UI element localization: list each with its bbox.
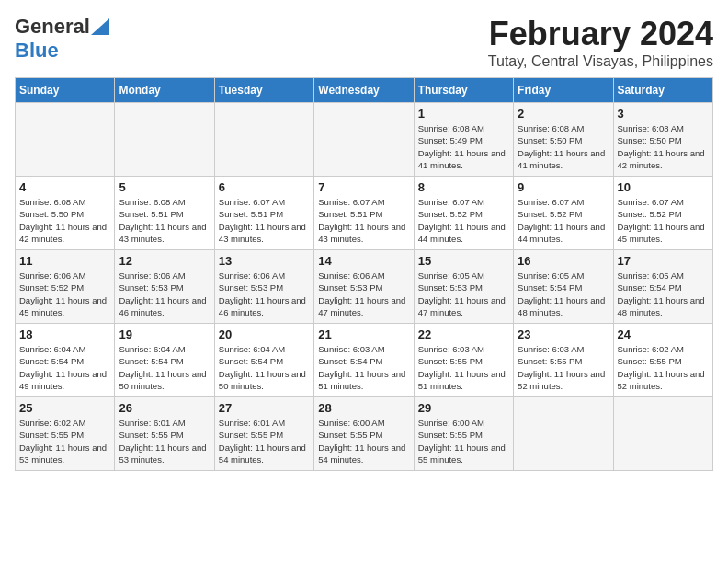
day-number: 21 [318, 327, 409, 341]
month-title: February 2024 [488, 15, 713, 53]
calendar-week-4: 18Sunrise: 6:04 AMSunset: 5:54 PMDayligh… [16, 324, 713, 397]
day-number: 11 [19, 254, 110, 268]
day-info: Sunrise: 6:00 AMSunset: 5:55 PMDaylight:… [318, 417, 409, 465]
weekday-wednesday: Wednesday [314, 78, 414, 103]
calendar-table: SundayMondayTuesdayWednesdayThursdayFrid… [15, 77, 713, 471]
day-number: 1 [418, 107, 509, 121]
logo-blue: Blue [15, 39, 59, 62]
location-title: Tutay, Central Visayas, Philippines [488, 53, 713, 70]
calendar-cell [214, 103, 313, 177]
calendar-cell: 25Sunrise: 6:02 AMSunset: 5:55 PMDayligh… [16, 397, 115, 471]
day-number: 2 [518, 107, 609, 121]
day-number: 16 [518, 254, 609, 268]
day-number: 28 [318, 401, 409, 415]
day-info: Sunrise: 6:08 AMSunset: 5:50 PMDaylight:… [518, 122, 609, 171]
calendar-cell: 23Sunrise: 6:03 AMSunset: 5:55 PMDayligh… [514, 324, 613, 397]
calendar-body: 1Sunrise: 6:08 AMSunset: 5:49 PMDaylight… [16, 103, 713, 471]
day-number: 9 [518, 180, 609, 194]
calendar-week-5: 25Sunrise: 6:02 AMSunset: 5:55 PMDayligh… [16, 397, 713, 471]
day-info: Sunrise: 6:07 AMSunset: 5:52 PMDaylight:… [518, 196, 609, 245]
calendar-cell: 6Sunrise: 6:07 AMSunset: 5:51 PMDaylight… [214, 177, 313, 250]
calendar-cell: 7Sunrise: 6:07 AMSunset: 5:51 PMDaylight… [314, 177, 414, 250]
calendar-cell: 3Sunrise: 6:08 AMSunset: 5:50 PMDaylight… [613, 103, 712, 177]
calendar-cell: 10Sunrise: 6:07 AMSunset: 5:52 PMDayligh… [613, 177, 712, 250]
calendar-cell: 17Sunrise: 6:05 AMSunset: 5:54 PMDayligh… [613, 250, 712, 324]
day-info: Sunrise: 6:08 AMSunset: 5:50 PMDaylight:… [618, 122, 709, 171]
logo-general: General [15, 15, 90, 39]
day-info: Sunrise: 6:04 AMSunset: 5:54 PMDaylight:… [19, 343, 110, 392]
day-info: Sunrise: 6:06 AMSunset: 5:53 PMDaylight:… [119, 270, 210, 318]
day-number: 22 [418, 327, 509, 341]
svg-marker-0 [91, 18, 109, 35]
calendar-cell: 18Sunrise: 6:04 AMSunset: 5:54 PMDayligh… [16, 324, 115, 397]
calendar-cell [115, 103, 214, 177]
calendar-cell: 8Sunrise: 6:07 AMSunset: 5:52 PMDaylight… [414, 177, 513, 250]
day-number: 23 [518, 327, 609, 341]
day-info: Sunrise: 6:04 AMSunset: 5:54 PMDaylight:… [119, 343, 210, 392]
day-info: Sunrise: 6:00 AMSunset: 5:55 PMDaylight:… [418, 417, 509, 465]
calendar-cell: 14Sunrise: 6:06 AMSunset: 5:53 PMDayligh… [314, 250, 414, 324]
day-info: Sunrise: 6:03 AMSunset: 5:55 PMDaylight:… [518, 343, 609, 392]
day-number: 10 [618, 180, 709, 194]
calendar-cell: 5Sunrise: 6:08 AMSunset: 5:51 PMDaylight… [115, 177, 214, 250]
logo: General Blue [15, 15, 109, 63]
weekday-saturday: Saturday [613, 78, 712, 103]
calendar-cell: 19Sunrise: 6:04 AMSunset: 5:54 PMDayligh… [115, 324, 214, 397]
day-info: Sunrise: 6:05 AMSunset: 5:53 PMDaylight:… [418, 270, 509, 318]
calendar-cell: 27Sunrise: 6:01 AMSunset: 5:55 PMDayligh… [214, 397, 313, 471]
day-number: 29 [418, 401, 509, 415]
day-number: 12 [119, 254, 210, 268]
day-info: Sunrise: 6:03 AMSunset: 5:55 PMDaylight:… [418, 343, 509, 392]
weekday-tuesday: Tuesday [214, 78, 313, 103]
day-info: Sunrise: 6:02 AMSunset: 5:55 PMDaylight:… [618, 343, 709, 392]
calendar-cell: 2Sunrise: 6:08 AMSunset: 5:50 PMDaylight… [514, 103, 613, 177]
day-info: Sunrise: 6:01 AMSunset: 5:55 PMDaylight:… [219, 417, 310, 465]
day-number: 3 [618, 107, 709, 121]
day-info: Sunrise: 6:05 AMSunset: 5:54 PMDaylight:… [618, 270, 709, 318]
calendar-cell [16, 103, 115, 177]
calendar-cell: 4Sunrise: 6:08 AMSunset: 5:50 PMDaylight… [16, 177, 115, 250]
weekday-header-row: SundayMondayTuesdayWednesdayThursdayFrid… [16, 78, 713, 103]
calendar-cell: 15Sunrise: 6:05 AMSunset: 5:53 PMDayligh… [414, 250, 513, 324]
day-number: 4 [19, 180, 110, 194]
calendar-cell: 26Sunrise: 6:01 AMSunset: 5:55 PMDayligh… [115, 397, 214, 471]
calendar-cell: 11Sunrise: 6:06 AMSunset: 5:52 PMDayligh… [16, 250, 115, 324]
day-info: Sunrise: 6:08 AMSunset: 5:49 PMDaylight:… [418, 122, 509, 171]
day-number: 5 [119, 180, 210, 194]
day-number: 18 [19, 327, 110, 341]
day-info: Sunrise: 6:07 AMSunset: 5:52 PMDaylight:… [618, 196, 709, 245]
calendar-cell: 12Sunrise: 6:06 AMSunset: 5:53 PMDayligh… [115, 250, 214, 324]
calendar-cell: 16Sunrise: 6:05 AMSunset: 5:54 PMDayligh… [514, 250, 613, 324]
day-number: 7 [318, 180, 409, 194]
day-info: Sunrise: 6:06 AMSunset: 5:53 PMDaylight:… [219, 270, 310, 318]
day-info: Sunrise: 6:06 AMSunset: 5:53 PMDaylight:… [318, 270, 409, 318]
title-area: February 2024 Tutay, Central Visayas, Ph… [488, 15, 713, 70]
calendar-cell: 29Sunrise: 6:00 AMSunset: 5:55 PMDayligh… [414, 397, 513, 471]
day-info: Sunrise: 6:03 AMSunset: 5:54 PMDaylight:… [318, 343, 409, 392]
calendar-cell [613, 397, 712, 471]
day-info: Sunrise: 6:07 AMSunset: 5:52 PMDaylight:… [418, 196, 509, 245]
calendar-cell: 28Sunrise: 6:00 AMSunset: 5:55 PMDayligh… [314, 397, 414, 471]
calendar-cell [314, 103, 414, 177]
day-number: 8 [418, 180, 509, 194]
day-info: Sunrise: 6:04 AMSunset: 5:54 PMDaylight:… [219, 343, 310, 392]
weekday-sunday: Sunday [16, 78, 115, 103]
calendar-cell: 9Sunrise: 6:07 AMSunset: 5:52 PMDaylight… [514, 177, 613, 250]
day-info: Sunrise: 6:06 AMSunset: 5:52 PMDaylight:… [19, 270, 110, 318]
day-info: Sunrise: 6:07 AMSunset: 5:51 PMDaylight:… [219, 196, 310, 245]
day-number: 13 [219, 254, 310, 268]
calendar-cell: 13Sunrise: 6:06 AMSunset: 5:53 PMDayligh… [214, 250, 313, 324]
calendar-week-3: 11Sunrise: 6:06 AMSunset: 5:52 PMDayligh… [16, 250, 713, 324]
calendar-cell [514, 397, 613, 471]
day-number: 26 [119, 401, 210, 415]
day-info: Sunrise: 6:02 AMSunset: 5:55 PMDaylight:… [19, 417, 110, 465]
calendar-week-1: 1Sunrise: 6:08 AMSunset: 5:49 PMDaylight… [16, 103, 713, 177]
calendar-cell: 24Sunrise: 6:02 AMSunset: 5:55 PMDayligh… [613, 324, 712, 397]
day-number: 14 [318, 254, 409, 268]
calendar-cell: 22Sunrise: 6:03 AMSunset: 5:55 PMDayligh… [414, 324, 513, 397]
weekday-friday: Friday [514, 78, 613, 103]
day-info: Sunrise: 6:08 AMSunset: 5:50 PMDaylight:… [19, 196, 110, 245]
day-number: 20 [219, 327, 310, 341]
day-info: Sunrise: 6:07 AMSunset: 5:51 PMDaylight:… [318, 196, 409, 245]
page-header: General Blue February 2024 Tutay, Centra… [15, 15, 713, 70]
